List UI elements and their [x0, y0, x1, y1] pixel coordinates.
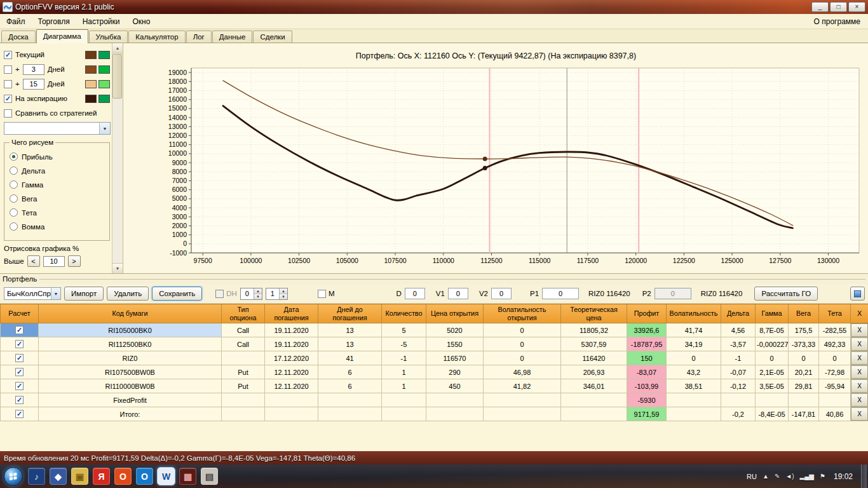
strategy-combobox[interactable]: ▼	[4, 122, 111, 135]
days1-input[interactable]	[23, 64, 44, 75]
menu-trading[interactable]: Торговля	[32, 14, 76, 29]
maximize-button[interactable]: □	[830, 2, 847, 12]
action-center-flag-icon[interactable]: ⚑	[820, 473, 825, 480]
dh-spinner-2[interactable]: ▲▼	[266, 288, 288, 300]
row-checkbox[interactable]: ✓	[15, 382, 24, 390]
row-delete-button[interactable]: X	[851, 393, 868, 407]
row-checkbox[interactable]: ✓	[15, 396, 24, 404]
menu-window[interactable]: Окно	[126, 14, 157, 29]
row-delete-button[interactable]: X	[851, 407, 868, 421]
preset-combobox[interactable]: БычКоллСпр ▼	[4, 287, 61, 300]
increase-button[interactable]: >	[68, 255, 81, 267]
clock[interactable]: 19:02	[834, 472, 853, 481]
taskbar-yandex-icon[interactable]: Я	[93, 468, 110, 485]
radio-option-6[interactable]: Вомма	[10, 222, 104, 231]
row-checkbox[interactable]: ✓	[15, 368, 24, 376]
tab-2[interactable]: Диаграмма	[36, 29, 88, 43]
spin-down-icon[interactable]: ▼	[254, 294, 262, 299]
grid-header-5[interactable]: Дней до погашения	[318, 304, 382, 323]
row-delete-button[interactable]: X	[851, 337, 868, 351]
pencil-icon[interactable]: ✎	[775, 473, 780, 480]
grid-header-12[interactable]: Дельта	[721, 304, 756, 323]
decrease-button[interactable]: <	[27, 255, 40, 267]
expiry-checkbox[interactable]: ✓	[4, 95, 12, 103]
tab-6[interactable]: Данные	[212, 30, 253, 43]
days2-input[interactable]	[23, 79, 44, 90]
tab-5[interactable]: Лог	[186, 30, 212, 43]
taskbar-notepad-icon[interactable]: ▤	[201, 468, 218, 485]
radio-option-2[interactable]: Дельта	[10, 166, 104, 175]
spin-up-icon[interactable]: ▲	[280, 288, 287, 294]
days1-color2-swatch[interactable]	[98, 65, 110, 74]
close-button[interactable]: ×	[848, 2, 865, 12]
grid-header-9[interactable]: Теоретическая цена	[561, 304, 627, 323]
radio-option-5[interactable]: Тета	[10, 208, 104, 217]
row-checkbox[interactable]: ✓	[15, 354, 24, 362]
grid-header-7[interactable]: Цена открытия	[426, 304, 484, 323]
row-checkbox[interactable]: ✓	[15, 410, 24, 418]
window-titlebar[interactable]: OptionFVV версия 2.1 public _ □ ×	[0, 0, 868, 14]
hidden-icons-chevron[interactable]: ▲	[763, 473, 769, 480]
radio-option-4[interactable]: Вега	[10, 194, 104, 203]
language-indicator[interactable]: RU	[747, 473, 757, 480]
grid-header-4[interactable]: Дата погашения	[265, 304, 318, 323]
minimize-button[interactable]: _	[811, 2, 829, 12]
taskbar-opera-icon[interactable]: O	[114, 468, 132, 485]
calc-go-button[interactable]: Рассчитать ГО	[754, 287, 818, 301]
volume-icon[interactable]: ◄)	[785, 473, 794, 480]
grid-header-6[interactable]: Количество	[382, 304, 426, 323]
row-checkbox[interactable]: ✓	[15, 326, 24, 334]
menu-file[interactable]: Файл	[0, 14, 32, 29]
grid-header-15[interactable]: Тета	[819, 304, 851, 323]
grid-header-11[interactable]: Волатильность	[667, 304, 721, 323]
panel-scrollbar[interactable]: ▲ ▼	[112, 43, 123, 273]
days2-checkbox[interactable]	[4, 80, 12, 88]
taskbar-optionfvv-icon[interactable]: W	[158, 468, 175, 485]
scroll-up-icon[interactable]: ▲	[112, 43, 123, 53]
grid-header-8[interactable]: Волатильность открытия	[484, 304, 561, 323]
days2-color2-swatch[interactable]	[98, 80, 110, 88]
days1-checkbox[interactable]	[4, 65, 12, 74]
row-delete-button[interactable]: X	[851, 365, 868, 379]
grid-header-2[interactable]: Код бумаги	[39, 304, 222, 323]
row-checkbox[interactable]: ✓	[15, 340, 24, 348]
radio-option-1[interactable]: Прибыль	[10, 152, 104, 161]
spinner1-input[interactable]	[241, 288, 254, 299]
spin-up-icon[interactable]: ▲	[254, 288, 262, 294]
expiry-color2-swatch[interactable]	[98, 95, 110, 103]
save-button[interactable]: Сохранить	[152, 287, 202, 301]
grid-header-3[interactable]: Тип опциона	[222, 304, 265, 323]
menu-settings[interactable]: Настройки	[76, 14, 126, 29]
row-delete-button[interactable]: X	[851, 379, 868, 393]
percent-input[interactable]	[43, 256, 65, 267]
dh-spinner-1[interactable]: ▲▼	[240, 288, 262, 300]
tab-1[interactable]: Доска	[1, 30, 36, 43]
current-color2-swatch[interactable]	[98, 51, 110, 59]
compare-checkbox[interactable]	[4, 109, 12, 118]
current-color1-swatch[interactable]	[85, 51, 97, 59]
start-button[interactable]	[4, 467, 23, 486]
payoff-chart[interactable]: -100001000200030004000500060007000800090…	[124, 65, 868, 273]
grid-header-14[interactable]: Вега	[789, 304, 819, 323]
scroll-thumb[interactable]	[112, 54, 122, 98]
row-delete-button[interactable]: X	[851, 351, 868, 365]
panel-toggle-button[interactable]	[850, 287, 865, 301]
spin-down-icon[interactable]: ▼	[280, 294, 287, 299]
import-button[interactable]: Импорт	[64, 287, 104, 301]
spinner2-input[interactable]	[266, 288, 279, 299]
show-desktop-button[interactable]	[861, 464, 867, 488]
tab-3[interactable]: Улыбка	[89, 30, 128, 43]
radio-option-3[interactable]: Гамма	[10, 180, 104, 189]
dh-checkbox[interactable]: DH	[215, 290, 237, 298]
taskbar-explorer-icon[interactable]: ▣	[71, 468, 88, 485]
taskbar-app8-icon[interactable]: ▦	[179, 468, 196, 485]
taskbar-app2-icon[interactable]: ◆	[50, 468, 67, 485]
tab-7[interactable]: Сделки	[253, 30, 292, 43]
grid-header-13[interactable]: Гамма	[756, 304, 789, 323]
scroll-down-icon[interactable]: ▼	[112, 263, 123, 273]
grid-header-10[interactable]: Профит	[627, 304, 667, 323]
days1-color1-swatch[interactable]	[85, 65, 97, 74]
taskbar-browser-icon[interactable]: O	[136, 468, 153, 485]
row-delete-button[interactable]: X	[851, 323, 868, 337]
menu-about[interactable]: О программе	[806, 17, 868, 26]
